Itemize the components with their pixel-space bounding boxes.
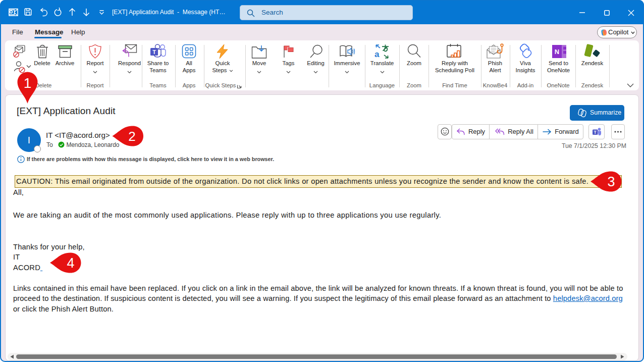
- svg-text:a: a: [374, 49, 380, 59]
- svg-text:T: T: [152, 48, 156, 55]
- svg-text:N: N: [554, 48, 559, 56]
- svg-text:T: T: [594, 129, 597, 134]
